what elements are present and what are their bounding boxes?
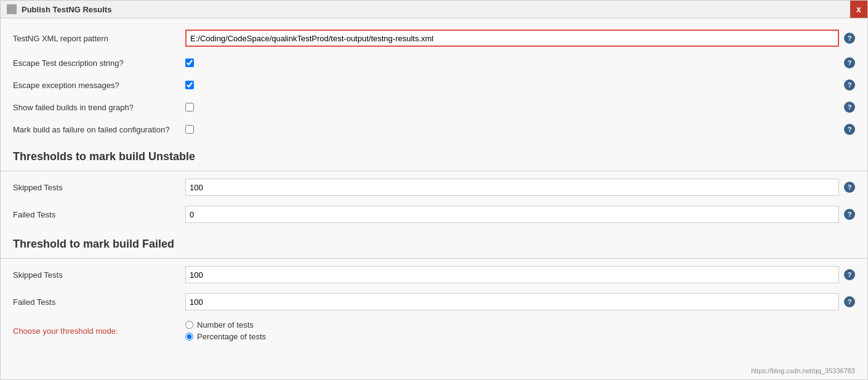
xml-report-input[interactable] <box>185 30 839 47</box>
mark-build-failure-row: Mark build as failure on failed configur… <box>1 118 867 140</box>
failed-section-title: Threshold to mark build Failed <box>1 228 867 256</box>
unstable-skipped-tests-control <box>185 179 839 196</box>
failed-failed-tests-help-icon[interactable]: ? <box>844 296 855 307</box>
escape-desc-control <box>185 59 839 67</box>
xml-report-label: TestNG XML report pattern <box>13 34 185 43</box>
unstable-section-title: Thresholds to mark build Unstable <box>1 140 867 168</box>
threshold-mode-label: Choose your threshold mode: <box>13 326 185 336</box>
escape-exception-row: Escape exception messages? ? <box>1 74 867 96</box>
xml-report-control <box>185 30 839 47</box>
unstable-failed-tests-help-icon[interactable]: ? <box>844 209 855 220</box>
unstable-skipped-tests-input[interactable] <box>185 179 839 196</box>
panel-header: ≡ Publish TestNG Results <box>1 1 867 18</box>
escape-exception-checkbox[interactable] <box>185 81 194 89</box>
close-button[interactable]: x <box>850 1 867 18</box>
threshold-mode-radio-group: Number of tests Percentage of tests <box>185 320 266 341</box>
unstable-failed-tests-label: Failed Tests <box>13 210 185 219</box>
show-failed-builds-checkbox[interactable] <box>185 103 194 111</box>
show-failed-builds-help-icon[interactable]: ? <box>844 102 855 113</box>
threshold-mode-row: Choose your threshold mode: Number of te… <box>1 315 867 346</box>
unstable-skipped-tests-help-icon[interactable]: ? <box>844 182 855 193</box>
unstable-skipped-tests-row: Skipped Tests ? <box>1 174 867 201</box>
escape-desc-help-icon[interactable]: ? <box>844 57 855 68</box>
escape-desc-checkbox[interactable] <box>185 59 194 67</box>
unstable-failed-tests-control <box>185 206 839 223</box>
url-hint: https://blog.csdn.net/qq_35336783 <box>751 367 855 374</box>
failed-skipped-tests-control <box>185 266 839 283</box>
threshold-number-radio[interactable] <box>185 321 193 329</box>
failed-skipped-tests-row: Skipped Tests ? <box>1 261 867 288</box>
failed-skipped-tests-help-icon[interactable]: ? <box>844 269 855 280</box>
threshold-mode-control: Number of tests Percentage of tests <box>185 320 855 341</box>
escape-desc-label: Escape Test description string? <box>13 59 185 68</box>
failed-skipped-tests-input[interactable] <box>185 266 839 283</box>
mark-build-failure-help-icon[interactable]: ? <box>844 124 855 135</box>
mark-build-failure-checkbox[interactable] <box>185 125 194 134</box>
unstable-skipped-tests-label: Skipped Tests <box>13 183 185 192</box>
xml-report-row: TestNG XML report pattern ? <box>1 25 867 52</box>
threshold-percentage-label: Percentage of tests <box>197 332 266 341</box>
escape-exception-help-icon[interactable]: ? <box>844 79 855 91</box>
failed-failed-tests-label: Failed Tests <box>13 297 185 307</box>
unstable-failed-tests-row: Failed Tests ? <box>1 201 867 228</box>
escape-exception-label: Escape exception messages? <box>13 81 185 90</box>
threshold-number-option: Number of tests <box>185 320 266 329</box>
failed-failed-tests-control <box>185 293 839 310</box>
xml-report-help-icon[interactable]: ? <box>844 33 855 44</box>
panel-header-icon: ≡ <box>7 4 17 14</box>
show-failed-builds-label: Show failed builds in trend graph? <box>13 103 185 112</box>
panel-content: TestNG XML report pattern ? Escape Test … <box>1 18 867 352</box>
threshold-number-label: Number of tests <box>197 320 254 329</box>
unstable-failed-tests-input[interactable] <box>185 206 839 223</box>
failed-skipped-tests-label: Skipped Tests <box>13 270 185 280</box>
failed-failed-tests-row: Failed Tests ? <box>1 288 867 315</box>
show-failed-builds-control <box>185 103 839 111</box>
mark-build-failure-control <box>185 125 839 134</box>
escape-desc-row: Escape Test description string? ? <box>1 52 867 74</box>
panel-title: Publish TestNG Results <box>22 5 111 14</box>
show-failed-builds-row: Show failed builds in trend graph? ? <box>1 96 867 118</box>
failed-failed-tests-input[interactable] <box>185 293 839 310</box>
threshold-percentage-option: Percentage of tests <box>185 332 266 341</box>
threshold-percentage-radio[interactable] <box>185 333 193 341</box>
mark-build-failure-label: Mark build as failure on failed configur… <box>13 125 185 134</box>
publish-testng-panel: ≡ Publish TestNG Results x TestNG XML re… <box>0 0 868 380</box>
escape-exception-control <box>185 81 839 89</box>
